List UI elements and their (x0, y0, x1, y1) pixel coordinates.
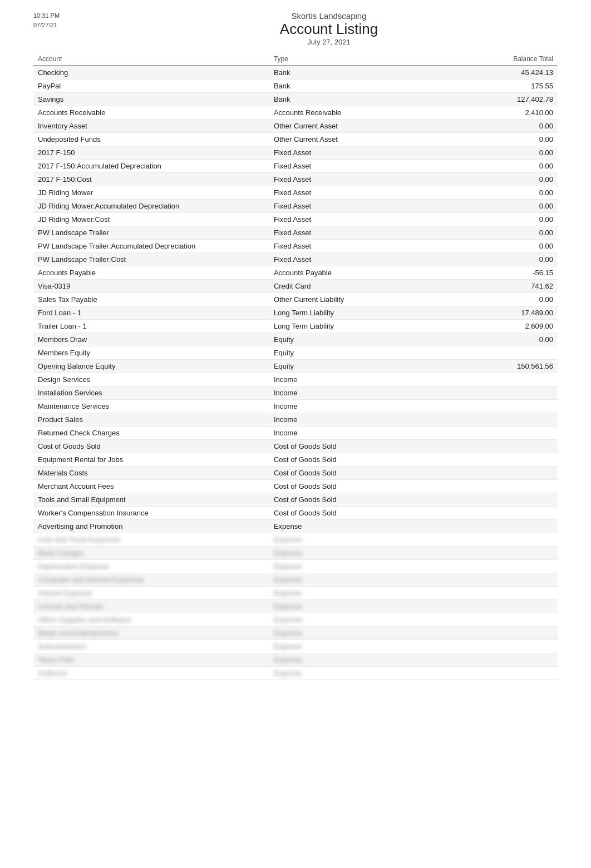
cell-account: Equipment Rental for Jobs (33, 453, 269, 467)
cell-type: Income (269, 386, 427, 400)
cell-balance: 0.00 (426, 240, 558, 253)
cell-balance (426, 653, 558, 667)
cell-balance: 0.00 (426, 173, 558, 186)
cell-balance (426, 493, 558, 507)
table-row: PW Landscape TrailerFixed Asset0.00 (33, 226, 558, 240)
table-row: Members EquityEquity (33, 346, 558, 360)
report-date: July 27, 2021 (100, 38, 558, 46)
cell-balance (426, 373, 558, 386)
cell-account: Meals and Entertainment (33, 627, 269, 640)
cell-balance (426, 533, 558, 547)
cell-type: Cost of Goods Sold (269, 493, 427, 507)
cell-balance (426, 547, 558, 560)
cell-account: Accounts Receivable (33, 106, 269, 120)
cell-type: Bank (269, 80, 427, 93)
cell-type: Expense (269, 560, 427, 573)
cell-account: Returned Check Charges (33, 426, 269, 440)
table-row: CheckingBank45,424.13 (33, 66, 558, 80)
cell-type: Fixed Asset (269, 253, 427, 266)
table-row: Tools and Small EquipmentCost of Goods S… (33, 493, 558, 507)
cell-balance (426, 453, 558, 467)
cell-account: Materials Costs (33, 467, 269, 480)
table-row: Worker's Compensation InsuranceCost of G… (33, 507, 558, 520)
cell-type: Equity (269, 360, 427, 373)
cell-account: JD Riding Mower:Accumulated Depreciation (33, 200, 269, 213)
cell-account: Members Equity (33, 346, 269, 360)
table-row: Materials CostsCost of Goods Sold (33, 467, 558, 480)
cell-account: Undeposited Funds (33, 133, 269, 146)
cell-account: Computer and Internet Expenses (33, 573, 269, 587)
cell-balance (426, 640, 558, 653)
table-row: Design ServicesIncome (33, 373, 558, 386)
cell-account: PW Landscape Trailer:Accumulated Depreci… (33, 240, 269, 253)
cell-type: Other Current Liability (269, 293, 427, 306)
cell-account: 2017 F-150:Cost (33, 173, 269, 186)
cell-type: Other Current Asset (269, 120, 427, 133)
cell-type: Cost of Goods Sold (269, 440, 427, 453)
cell-account: Tools and Small Equipment (33, 493, 269, 507)
cell-balance: 150,561.56 (426, 360, 558, 373)
cell-balance: 45,424.13 (426, 66, 558, 80)
cell-account: Trailer Loan - 1 (33, 320, 269, 333)
cell-account: Product Sales (33, 413, 269, 426)
timestamp-time: 10:31 PM (33, 11, 100, 21)
cell-balance: 0.00 (426, 226, 558, 240)
cell-balance (426, 386, 558, 400)
cell-balance: 0.00 (426, 120, 558, 133)
table-row: Equipment Rental for JobsCost of Goods S… (33, 453, 558, 467)
table-row: Advertising and PromotionExpense (33, 520, 558, 533)
cell-account: Merchant Account Fees (33, 480, 269, 493)
cell-type: Income (269, 400, 427, 413)
cell-account: Cost of Goods Sold (33, 440, 269, 453)
cell-account: Savings (33, 93, 269, 106)
table-row: JD Riding Mower:CostFixed Asset0.00 (33, 213, 558, 226)
cell-balance: 0.00 (426, 146, 558, 160)
cell-type: Expense (269, 600, 427, 613)
cell-account: Visa-0319 (33, 280, 269, 293)
table-row: UniformsExpense (33, 667, 558, 680)
cell-account: Office Supplies and Software (33, 613, 269, 627)
cell-balance (426, 440, 558, 453)
table-row: PW Landscape Trailer:Accumulated Depreci… (33, 240, 558, 253)
table-row: PayPalBank175.55 (33, 80, 558, 93)
cell-account: Opening Balance Equity (33, 360, 269, 373)
cell-balance (426, 520, 558, 533)
cell-type: Expense (269, 613, 427, 627)
cell-account: 2017 F-150 (33, 146, 269, 160)
cell-account: Checking (33, 66, 269, 80)
cell-type: Accounts Receivable (269, 106, 427, 120)
table-row: Sales Tax PayableOther Current Liability… (33, 293, 558, 306)
cell-balance (426, 413, 558, 426)
cell-type: Equity (269, 346, 427, 360)
cell-account: Uniforms (33, 667, 269, 680)
account-table: Account Type Balance Total CheckingBank4… (33, 52, 558, 680)
cell-balance: -56.15 (426, 266, 558, 280)
cell-type: Fixed Asset (269, 173, 427, 186)
cell-type: Expense (269, 573, 427, 587)
cell-balance: 127,402.78 (426, 93, 558, 106)
table-row: Interest ExpenseExpense (33, 587, 558, 600)
table-row: JD Riding Mower:Accumulated Depreciation… (33, 200, 558, 213)
company-name: Skortis Landscaping (100, 11, 558, 21)
table-row: Taxes PaidExpense (33, 653, 558, 667)
table-row: SavingsBank127,402.78 (33, 93, 558, 106)
table-row: JD Riding MowerFixed Asset0.00 (33, 186, 558, 200)
cell-balance: 0.00 (426, 133, 558, 146)
cell-balance (426, 600, 558, 613)
cell-type: Cost of Goods Sold (269, 480, 427, 493)
timestamp-date: 07/27/21 (33, 21, 100, 30)
table-row: 2017 F-150:CostFixed Asset0.00 (33, 173, 558, 186)
cell-type: Fixed Asset (269, 240, 427, 253)
cell-balance (426, 560, 558, 573)
table-row: Accounts ReceivableAccounts Receivable2,… (33, 106, 558, 120)
table-row: Installation ServicesIncome (33, 386, 558, 400)
cell-account: Ford Loan - 1 (33, 306, 269, 320)
cell-balance (426, 613, 558, 627)
cell-account: PW Landscape Trailer:Cost (33, 253, 269, 266)
cell-type: Income (269, 373, 427, 386)
cell-balance: 2,609.00 (426, 320, 558, 333)
cell-type: Cost of Goods Sold (269, 507, 427, 520)
cell-balance (426, 627, 558, 640)
table-header-row: Account Type Balance Total (33, 52, 558, 66)
cell-balance (426, 573, 558, 587)
